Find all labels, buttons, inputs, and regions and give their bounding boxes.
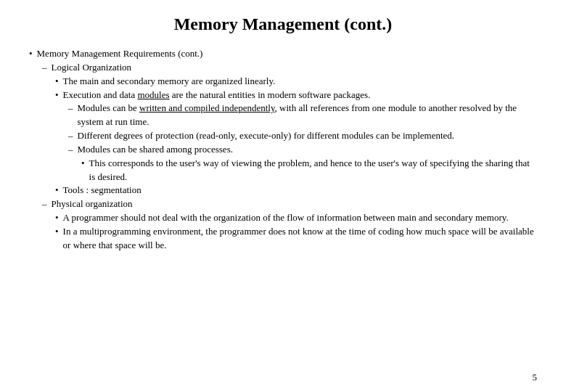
dash-marker2: – bbox=[68, 102, 73, 115]
bullet-marker2: • bbox=[55, 75, 59, 89]
dash-protection: – Different degrees of protection (read-… bbox=[29, 129, 537, 143]
bullet-linear: • The main and secondary memory are orga… bbox=[29, 75, 537, 89]
dash-written: – Modules can be written and compiled in… bbox=[29, 102, 537, 129]
dash-logical-text: Logical Organization bbox=[52, 61, 132, 75]
dash-marker5: – bbox=[42, 197, 47, 211]
slide-title: Memory Management (cont.) bbox=[29, 15, 537, 34]
bullet-marker4: • bbox=[81, 157, 85, 171]
bullet-marker5: • bbox=[55, 184, 59, 197]
slide-content: • Memory Management Requirements (cont.)… bbox=[29, 47, 537, 253]
bullet-marker6: • bbox=[55, 211, 59, 225]
bullet-marker7: • bbox=[55, 225, 59, 239]
bullet-corresponds-text: This corresponds to the user's way of vi… bbox=[89, 157, 537, 184]
dash-shared: – Modules can be shared among processes. bbox=[29, 143, 537, 157]
bullet-tools: • Tools : segmentation bbox=[29, 184, 537, 197]
page-number: 5 bbox=[533, 372, 538, 383]
dash-marker3: – bbox=[68, 129, 73, 143]
bullet-programmer2-text: In a multiprogramming environment, the p… bbox=[63, 225, 537, 253]
dash-marker4: – bbox=[68, 143, 73, 157]
bullet-programmer1-text: A programmer should not deal with the or… bbox=[63, 211, 509, 225]
bullet-programmer1: • A programmer should not deal with the … bbox=[29, 211, 537, 225]
bullet-marker: • bbox=[29, 47, 33, 61]
dash-physical-text: Physical organization bbox=[52, 197, 133, 211]
bullet-linear-text: The main and secondary memory are organi… bbox=[63, 75, 276, 89]
bullet-modules: • Execution and data modules are the nat… bbox=[29, 89, 537, 102]
bullet-marker3: • bbox=[55, 89, 59, 102]
bullet-corresponds: • This corresponds to the user's way of … bbox=[29, 157, 537, 184]
main-bullet-text: Memory Management Requirements (cont.) bbox=[37, 47, 203, 61]
dash-protection-text: Different degrees of protection (read-on… bbox=[78, 129, 455, 143]
slide: Memory Management (cont.) • Memory Manag… bbox=[0, 0, 566, 392]
bullet-modules-text: Execution and data modules are the natur… bbox=[63, 89, 371, 102]
dash-logical: – Logical Organization bbox=[29, 61, 537, 75]
bullet-tools-text: Tools : segmentation bbox=[63, 184, 142, 197]
dash-marker: – bbox=[42, 61, 47, 75]
dash-shared-text: Modules can be shared among processes. bbox=[78, 143, 233, 157]
dash-physical: – Physical organization bbox=[29, 197, 537, 211]
main-bullet: • Memory Management Requirements (cont.) bbox=[29, 47, 537, 61]
bullet-programmer2: • In a multiprogramming environment, the… bbox=[29, 225, 537, 253]
underline-modules: modules bbox=[137, 89, 169, 100]
dash-written-text: Modules can be written and compiled inde… bbox=[78, 102, 538, 129]
underline-written: written and compiled independently bbox=[139, 102, 275, 113]
